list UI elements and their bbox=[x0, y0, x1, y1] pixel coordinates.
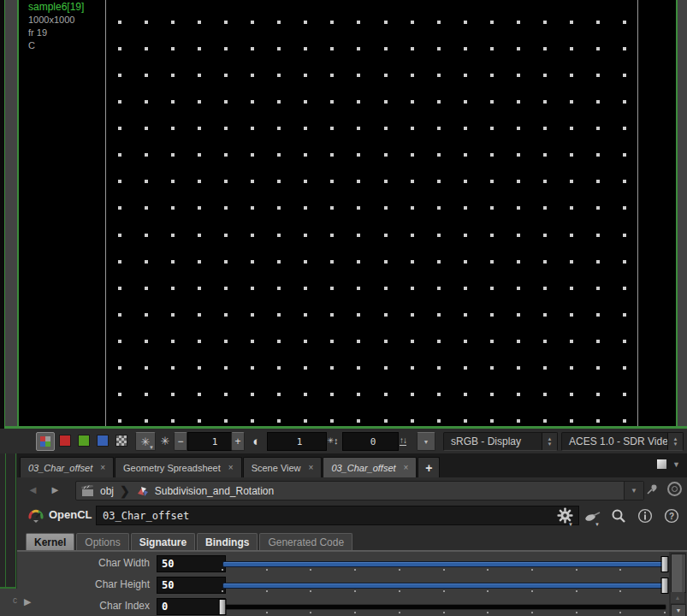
pane-maximize-icon[interactable] bbox=[657, 459, 666, 469]
tab-03-char-offset-2[interactable]: 03_Char_offset × bbox=[323, 457, 417, 477]
slider-handle[interactable] bbox=[219, 599, 227, 615]
left-scrollbar[interactable] bbox=[5, 0, 17, 426]
parameter-list: Char Width 50 Char Height 50 Char Index … bbox=[0, 551, 687, 616]
param-row-char-height: Char Height 50 bbox=[0, 575, 667, 596]
scroll-down-icon[interactable]: ▼ bbox=[671, 604, 686, 616]
char-index-input[interactable]: 0 bbox=[157, 598, 226, 615]
geometry-node-icon bbox=[136, 485, 150, 497]
exposure-icon: ✳ bbox=[161, 435, 170, 447]
char-height-slider[interactable] bbox=[222, 575, 665, 596]
right-scrollbar[interactable] bbox=[678, 0, 687, 426]
composite-view-pane: sample6[19] 1000x1000 fr 19 C bbox=[0, 0, 687, 429]
channel-blue-button[interactable] bbox=[94, 432, 111, 449]
path-field[interactable]: obj ❯ Subdivision_and_Rotation ▼ bbox=[75, 481, 644, 500]
spinner-arrows-icon[interactable]: ▲▼ bbox=[667, 433, 683, 450]
offset-input[interactable]: 0 bbox=[342, 432, 399, 451]
ocio-display-value: ACES 1.0 - SDR Video bbox=[562, 435, 667, 447]
parameter-pane-header: OpenCL 03_Char_offset ▼ bbox=[0, 503, 687, 529]
close-icon[interactable]: × bbox=[228, 463, 234, 472]
node-type-label: OpenCL bbox=[49, 508, 92, 521]
image-viewport[interactable]: sample6[19] 1000x1000 fr 19 C bbox=[19, 0, 676, 426]
tab-scene-view[interactable]: Scene View × bbox=[243, 457, 323, 477]
pane-menu-icon[interactable]: ▼ bbox=[672, 460, 680, 469]
dropdown-arrow-icon: ▼ bbox=[423, 439, 429, 445]
exposure-icon-button[interactable]: ✳ bbox=[157, 432, 173, 449]
offset-icon-button[interactable]: ✳↕ bbox=[324, 432, 341, 449]
image-right-edge bbox=[637, 0, 638, 426]
ptab-generated-code[interactable]: Generated Code bbox=[259, 533, 352, 550]
corner-label: c bbox=[13, 595, 17, 605]
tab-geometry-spreadsheet[interactable]: Geometry Spreadsheet × bbox=[115, 457, 242, 477]
back-icon[interactable]: ◄ bbox=[27, 483, 38, 496]
slider-track[interactable] bbox=[222, 604, 666, 610]
char-width-input[interactable]: 50 bbox=[157, 555, 226, 572]
auto-levels-icon: ↑↓ bbox=[400, 435, 406, 446]
help-icon[interactable]: ? bbox=[662, 506, 680, 524]
scroll-up-icon[interactable]: ▲ bbox=[671, 592, 684, 603]
rgba-icon bbox=[40, 436, 50, 447]
path-root-label[interactable]: obj bbox=[100, 485, 114, 497]
expand-arrow-icon[interactable]: ▶ bbox=[24, 596, 31, 607]
ptab-signature[interactable]: Signature bbox=[131, 533, 195, 550]
tab-03-char-offset-1[interactable]: 03_Char_offset × bbox=[20, 457, 114, 477]
channel-rgba-button[interactable] bbox=[36, 432, 55, 451]
gamma-input[interactable]: 1 bbox=[267, 432, 327, 451]
slider-handle[interactable] bbox=[661, 578, 669, 594]
colorspace-value: sRGB - Display bbox=[444, 435, 542, 447]
exposure-input[interactable]: 1 bbox=[187, 432, 237, 451]
param-label: Char Index bbox=[0, 600, 150, 612]
red-channel-icon bbox=[59, 435, 71, 447]
link-target-icon[interactable] bbox=[667, 482, 682, 496]
gear-menu-button[interactable]: ▼ bbox=[556, 506, 574, 524]
ptab-bindings[interactable]: Bindings bbox=[197, 533, 258, 550]
ocio-display-dropdown[interactable]: ACES 1.0 - SDR Video ▲▼ bbox=[561, 432, 684, 451]
slider-handle[interactable] bbox=[661, 556, 669, 572]
blue-channel-icon bbox=[97, 435, 109, 447]
colorspace-dropdown[interactable]: sRGB - Display ▲▼ bbox=[443, 432, 558, 451]
exposure-increment-button[interactable]: + bbox=[231, 432, 245, 451]
info-icon[interactable] bbox=[636, 506, 654, 524]
slider-ticks bbox=[222, 569, 665, 572]
search-icon[interactable] bbox=[609, 506, 627, 524]
close-icon[interactable]: × bbox=[309, 463, 314, 472]
gamma-icon-button[interactable]: ◐ bbox=[249, 432, 264, 449]
brightness-menu-button[interactable]: ✳ ▼ bbox=[135, 432, 156, 451]
char-index-slider[interactable] bbox=[222, 596, 665, 616]
brush-menu-button[interactable]: ▼ bbox=[583, 506, 601, 524]
path-node-label[interactable]: Subdivision_and_Rotation bbox=[155, 485, 274, 497]
corner-arrow-icon: ▼ bbox=[568, 522, 573, 527]
sample-name-label: sample6[19] bbox=[28, 1, 84, 14]
new-tab-button[interactable]: + bbox=[418, 457, 440, 477]
spinner-arrows-icon[interactable]: ▲▼ bbox=[542, 433, 557, 450]
path-history-dropdown[interactable]: ▼ bbox=[624, 482, 643, 500]
char-width-slider[interactable] bbox=[222, 554, 665, 575]
viewport-info-overlay: sample6[19] 1000x1000 fr 19 C bbox=[28, 1, 84, 52]
opencl-node-icon[interactable] bbox=[27, 507, 45, 524]
slider-track[interactable] bbox=[222, 583, 666, 589]
slider-track[interactable] bbox=[222, 561, 666, 567]
node-name-input[interactable]: 03_Char_offset bbox=[96, 506, 579, 525]
view-options-dropdown-button[interactable]: ▼ bbox=[417, 432, 435, 451]
ptab-kernel[interactable]: Kernel bbox=[26, 533, 74, 550]
close-icon[interactable]: × bbox=[404, 463, 409, 472]
ptab-options[interactable]: Options bbox=[76, 533, 128, 550]
image-view-toolbar: ✳ ▼ ✳ − 1 + ◐ 1 ✳↕ 0 ↑↓ ▼ sRGB - Display… bbox=[0, 429, 687, 453]
scrollbar-thumb[interactable] bbox=[671, 554, 686, 593]
channel-red-button[interactable] bbox=[56, 432, 74, 449]
alpha-checker-icon bbox=[115, 435, 127, 447]
channel-green-button[interactable] bbox=[75, 432, 92, 449]
green-channel-icon bbox=[78, 435, 90, 447]
close-icon[interactable]: × bbox=[100, 463, 105, 472]
forward-icon[interactable]: ► bbox=[50, 483, 61, 496]
pane-tab-bar: 03_Char_offset × Geometry Spreadsheet × … bbox=[0, 453, 687, 477]
corner-arrow-icon: ▼ bbox=[149, 445, 154, 450]
exposure-decrement-button[interactable]: − bbox=[174, 432, 187, 451]
channel-alpha-button[interactable] bbox=[113, 432, 130, 449]
auto-adapt-button[interactable]: ↑↓ bbox=[394, 432, 412, 449]
frame-label: fr 19 bbox=[28, 27, 84, 39]
pin-icon[interactable] bbox=[645, 483, 659, 496]
offset-arrow-icon: ↕ bbox=[334, 435, 339, 446]
char-height-input[interactable]: 50 bbox=[157, 577, 226, 594]
parameter-scrollbar[interactable]: ▲ ▼ bbox=[669, 552, 686, 616]
obj-context-icon bbox=[81, 485, 95, 497]
